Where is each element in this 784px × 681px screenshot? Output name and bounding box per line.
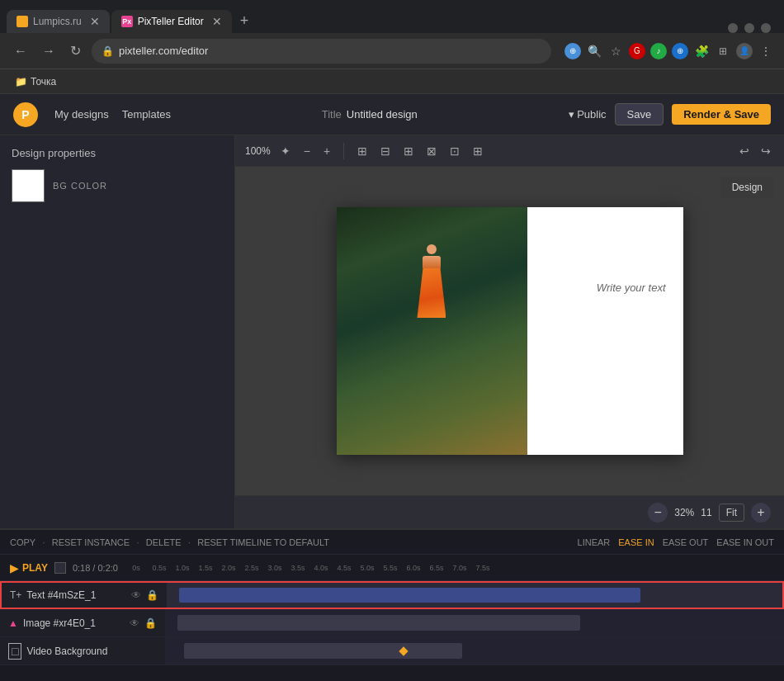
- video-track-icon: □: [8, 643, 21, 660]
- ruler-1: 1.0s: [171, 564, 194, 572]
- track-image-lock[interactable]: 🔒: [144, 617, 157, 629]
- design-canvas[interactable]: Write your text: [337, 207, 683, 455]
- profile-icon[interactable]: G: [629, 43, 645, 59]
- text-track-block[interactable]: [179, 588, 641, 603]
- forward-button[interactable]: →: [38, 42, 59, 60]
- track-video-name: Video Background: [26, 646, 157, 657]
- bg-color-swatch[interactable]: [12, 169, 45, 202]
- ruler-6.5: 6.5s: [425, 564, 448, 572]
- user-avatar[interactable]: 👤: [736, 43, 753, 59]
- save-button[interactable]: Save: [615, 103, 664, 125]
- track-text-lock[interactable]: 🔒: [146, 589, 158, 601]
- track-image-timeline[interactable]: [165, 609, 784, 636]
- extensions-icon[interactable]: 🧩: [693, 43, 710, 59]
- redo-icon[interactable]: ↪: [758, 143, 774, 159]
- undo-icon[interactable]: ↩: [736, 143, 753, 159]
- copy-action[interactable]: COPY: [10, 537, 35, 547]
- linear-btn[interactable]: LINEAR: [578, 537, 611, 547]
- align-center-icon[interactable]: ⊟: [377, 143, 394, 159]
- maximize-button[interactable]: [744, 23, 754, 33]
- track-image-actions: 👁 🔒: [130, 617, 157, 629]
- header-right: ▾ Public Save Render & Save: [569, 103, 771, 125]
- globe-icon[interactable]: ⊕: [672, 43, 688, 59]
- header-nav: My designs Templates: [54, 108, 171, 121]
- sep3: ·: [188, 536, 191, 548]
- media-icon[interactable]: ⊞: [715, 43, 731, 59]
- delete-action[interactable]: DELETE: [146, 537, 182, 547]
- url-text: pixteller.com/editor: [119, 45, 208, 57]
- search-icon[interactable]: 🔍: [586, 43, 602, 59]
- track-text-name: Text #4mSzE_1: [26, 589, 126, 601]
- canvas-image[interactable]: [337, 207, 527, 455]
- visibility-label: ▾ Public: [569, 108, 607, 121]
- track-text[interactable]: T+ Text #4mSzE_1 👁 🔒: [0, 581, 784, 609]
- main-area: Design properties BG COLOR 100% ✦ − + ⊞ …: [0, 135, 784, 528]
- align-left-icon[interactable]: ⊞: [354, 143, 371, 159]
- track-text-timeline[interactable]: [167, 583, 782, 608]
- bookmark-tochka[interactable]: 📁 Точка: [10, 74, 61, 89]
- zoom-in-button[interactable]: +: [751, 503, 771, 523]
- lumpics-tab-label: Lumpics.ru: [33, 16, 82, 27]
- ease-in-out-btn[interactable]: EASE IN OUT: [716, 537, 774, 547]
- minus-zoom-icon[interactable]: −: [300, 143, 314, 159]
- my-designs-link[interactable]: My designs: [54, 108, 109, 121]
- ease-in-btn[interactable]: EASE IN: [618, 537, 654, 547]
- align-bottom-icon[interactable]: ⊞: [470, 143, 486, 159]
- align-top-icon[interactable]: ⊠: [423, 143, 440, 159]
- bg-color-row: BG COLOR: [12, 169, 223, 202]
- play-button[interactable]: ▶ PLAY: [10, 561, 48, 575]
- stop-button[interactable]: [54, 562, 66, 574]
- canvas-toolbar: 100% ✦ − + ⊞ ⊟ ⊞ ⊠ ⊡ ⊞ ↩ ↪: [235, 135, 784, 167]
- track-image-eye[interactable]: 👁: [130, 617, 139, 629]
- close-button[interactable]: [761, 23, 771, 33]
- pixteller-tab-close[interactable]: ✕: [212, 15, 222, 28]
- lumpics-favicon: [17, 16, 28, 27]
- align-middle-icon[interactable]: ⊡: [446, 143, 463, 159]
- image-track-block[interactable]: [177, 615, 580, 631]
- render-save-button[interactable]: Render & Save: [672, 104, 771, 125]
- back-button[interactable]: ←: [10, 42, 31, 60]
- fit-button[interactable]: Fit: [719, 504, 744, 522]
- new-tab-button[interactable]: +: [234, 9, 256, 33]
- track-video[interactable]: □ Video Background: [0, 637, 784, 665]
- translate-icon[interactable]: ⊕: [564, 43, 581, 59]
- magic-icon[interactable]: ✦: [277, 143, 294, 159]
- music-icon[interactable]: ♪: [650, 43, 667, 59]
- timeline-controls: ▶ PLAY 0:18 / 0:2:0 0s 0.5s 1.0s 1.5s 2.…: [0, 555, 784, 581]
- design-button[interactable]: Design: [720, 177, 774, 198]
- tab-pixteller[interactable]: Px PixTeller Editor ✕: [111, 10, 232, 33]
- bookmark-bar: 📁 Точка: [0, 69, 784, 94]
- timeline-area: COPY · RESET INSTANCE · DELETE · RESET T…: [0, 528, 784, 681]
- reset-instance-action[interactable]: RESET INSTANCE: [52, 537, 130, 547]
- time-display: 0:18 / 0:2:0: [73, 563, 118, 573]
- video-track-block[interactable]: [184, 643, 463, 660]
- canvas-footer: − 32% 11 Fit +: [235, 495, 784, 528]
- align-right-icon[interactable]: ⊞: [400, 143, 417, 159]
- track-text-eye[interactable]: 👁: [131, 589, 141, 601]
- left-sidebar: Design properties BG COLOR: [0, 135, 235, 528]
- menu-icon[interactable]: ⋮: [758, 43, 774, 59]
- ruler-5: 5.0s: [356, 564, 379, 572]
- star-icon[interactable]: ☆: [607, 43, 624, 59]
- ruler-1.5: 1.5s: [194, 564, 217, 572]
- ease-out-btn[interactable]: EASE OUT: [663, 537, 709, 547]
- canvas-wrapper: Write your text Design: [235, 167, 784, 495]
- track-image[interactable]: ▲ Image #xr4E0_1 👁 🔒: [0, 609, 784, 637]
- reset-timeline-action[interactable]: RESET TIMELINE TO DEFAULT: [197, 537, 329, 547]
- play-label: PLAY: [22, 562, 48, 574]
- reload-button[interactable]: ↻: [66, 41, 85, 60]
- logo-icon: P: [13, 102, 38, 127]
- canvas-text-element[interactable]: Write your text: [597, 281, 666, 294]
- tab-lumpics[interactable]: Lumpics.ru ✕: [7, 10, 110, 33]
- templates-link[interactable]: Templates: [122, 108, 171, 121]
- minimize-button[interactable]: [728, 23, 738, 33]
- bookmark-folder-icon: 📁: [15, 76, 27, 87]
- visibility-button[interactable]: ▾ Public: [569, 108, 607, 121]
- lock-icon: 🔒: [102, 45, 114, 57]
- lumpics-tab-close[interactable]: ✕: [90, 15, 100, 28]
- zoom-out-button[interactable]: −: [648, 503, 668, 523]
- plus-zoom-icon[interactable]: +: [320, 143, 333, 159]
- ruler-7: 7.0s: [448, 564, 471, 572]
- track-video-timeline[interactable]: [165, 637, 784, 664]
- url-box[interactable]: 🔒 pixteller.com/editor: [92, 39, 551, 64]
